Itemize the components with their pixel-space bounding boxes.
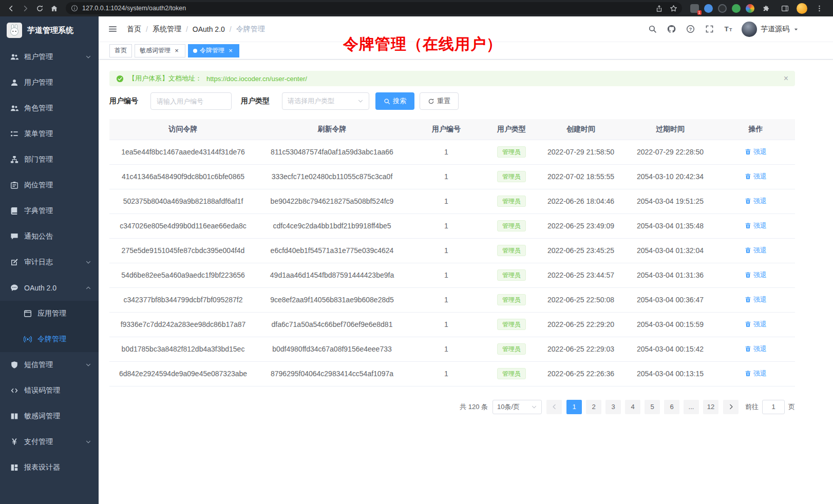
- cell-user-type: 管理员: [485, 287, 538, 312]
- sidebar-item-pay[interactable]: 支付管理: [0, 429, 99, 455]
- browser-menu-icon[interactable]: [812, 2, 826, 15]
- extension-icon-3[interactable]: [718, 4, 727, 13]
- reset-button[interactable]: 重置: [420, 92, 459, 110]
- tab-close-icon[interactable]: ×: [227, 47, 234, 54]
- menu-icon: [10, 130, 18, 139]
- user-icon: [10, 79, 18, 87]
- pager-page-2[interactable]: 2: [586, 400, 601, 414]
- next-page-button[interactable]: [723, 400, 739, 414]
- delete-icon: [745, 247, 751, 254]
- sidebar-item-user[interactable]: 用户管理: [0, 70, 99, 95]
- force-logout-button[interactable]: 强退: [745, 197, 767, 206]
- sidebar-item-tenant[interactable]: 租户管理: [0, 44, 99, 70]
- force-logout-button[interactable]: 强退: [745, 295, 767, 304]
- sidebar-item-dept[interactable]: 部门管理: [0, 147, 99, 172]
- sidebar-item-sensitive[interactable]: 敏感词管理: [0, 403, 99, 429]
- sidebar-item-token[interactable]: 令牌管理: [0, 326, 99, 352]
- extensions-puzzle-icon[interactable]: [760, 2, 773, 15]
- fullscreen-icon[interactable]: [704, 24, 715, 35]
- breadcrumb-item[interactable]: 系统管理: [153, 25, 181, 34]
- search-icon[interactable]: [647, 24, 658, 35]
- cell-user-id: 1: [407, 214, 485, 238]
- sidebar-menu: 租户管理用户管理角色管理菜单管理部门管理岗位管理字典管理通知公告审计日志OAut…: [0, 44, 99, 504]
- tab-0[interactable]: 首页: [109, 44, 132, 57]
- jump-page-input[interactable]: [762, 400, 785, 414]
- page-size-select[interactable]: 10条/页: [493, 400, 542, 414]
- total-count: 共 120 条: [460, 402, 488, 412]
- extension-icon-4[interactable]: [732, 4, 741, 13]
- tab-2[interactable]: 令牌管理×: [188, 44, 239, 57]
- sidebar-item-menu[interactable]: 菜单管理: [0, 121, 99, 147]
- sidebar-item-audit[interactable]: 审计日志: [0, 249, 99, 275]
- pager-page-3[interactable]: 3: [605, 400, 621, 414]
- font-size-icon[interactable]: TT: [723, 24, 734, 35]
- user-id-input[interactable]: [150, 92, 232, 110]
- browser-back-button[interactable]: [4, 2, 17, 15]
- sidebar-item-label: 短信管理: [24, 360, 85, 370]
- extension-icon-1[interactable]: 1: [690, 4, 699, 13]
- page-jumper: 前往 页: [745, 400, 795, 414]
- user-dropdown[interactable]: 芋道源码: [742, 22, 799, 37]
- pager-page-12[interactable]: 12: [703, 400, 718, 414]
- sidebar-item-dict[interactable]: 字典管理: [0, 198, 99, 224]
- browser-home-button[interactable]: [47, 2, 61, 15]
- cell-user-id: 1: [407, 164, 485, 189]
- side-panel-icon[interactable]: [778, 2, 791, 15]
- sidebar-item-sms[interactable]: 短信管理: [0, 352, 99, 378]
- cell-created-time: 2022-06-25 23:45:25: [538, 238, 624, 263]
- pager-page-1[interactable]: 1: [566, 400, 582, 414]
- browser-reload-button[interactable]: [33, 2, 46, 15]
- extension-icon-5[interactable]: [746, 4, 754, 13]
- site-info-icon[interactable]: [71, 5, 78, 12]
- help-icon[interactable]: ?: [685, 24, 696, 35]
- share-icon[interactable]: [652, 2, 666, 15]
- doc-link[interactable]: https://doc.iocoder.cn/user-center/: [206, 75, 307, 83]
- column-header: 访问令牌: [109, 119, 257, 140]
- search-button[interactable]: 搜索: [375, 92, 414, 110]
- table-row: 275e5de9151045fe87cbdc395e004f4de6cfd40e…: [109, 238, 795, 263]
- pager-page-5[interactable]: 5: [645, 400, 660, 414]
- breadcrumb-item[interactable]: 首页: [127, 25, 141, 34]
- force-logout-button[interactable]: 强退: [745, 246, 767, 255]
- browser-forward-button[interactable]: [18, 2, 32, 15]
- address-bar[interactable]: 127.0.0.1:1024/system/oauth2/token: [66, 2, 682, 14]
- sidebar-item-role[interactable]: 角色管理: [0, 95, 99, 121]
- pager-page-4[interactable]: 4: [625, 400, 640, 414]
- notice-icon: [10, 232, 18, 241]
- alert-close-icon[interactable]: ×: [784, 74, 788, 83]
- force-logout-button[interactable]: 强退: [745, 320, 767, 329]
- user-type-select[interactable]: 请选择用户类型: [282, 92, 369, 110]
- sidebar-item-post[interactable]: 岗位管理: [0, 172, 99, 198]
- sidebar-item-notice[interactable]: 通知公告: [0, 224, 99, 249]
- app-shell: 芋道管理系统 租户管理用户管理角色管理菜单管理部门管理岗位管理字典管理通知公告审…: [0, 16, 833, 504]
- browser-profile-avatar[interactable]: [797, 3, 807, 14]
- column-header: 操作: [716, 119, 795, 140]
- pager-page-6[interactable]: 6: [664, 400, 679, 414]
- force-logout-button[interactable]: 强退: [745, 221, 767, 230]
- prev-page-button[interactable]: [546, 400, 562, 414]
- column-header: 过期时间: [624, 119, 716, 140]
- cell-user-id: 1: [407, 263, 485, 287]
- breadcrumb-item[interactable]: OAuth 2.0: [193, 25, 225, 33]
- force-logout-button[interactable]: 强退: [745, 172, 767, 181]
- extension-icon-2[interactable]: [704, 4, 713, 13]
- sidebar-item-errcode[interactable]: 错误码管理: [0, 378, 99, 403]
- github-icon[interactable]: [666, 24, 677, 35]
- pager-more-button[interactable]: ...: [684, 400, 699, 414]
- tab-1[interactable]: 敏感词管理×: [135, 44, 185, 57]
- bookmark-star-icon[interactable]: [667, 2, 680, 15]
- sidebar-item-app[interactable]: 应用管理: [0, 301, 99, 326]
- jump-label: 前往: [745, 402, 759, 412]
- force-logout-button[interactable]: 强退: [745, 344, 767, 354]
- user-type-badge: 管理员: [497, 294, 526, 306]
- sidebar-item-report[interactable]: 报表设计器: [0, 455, 99, 480]
- cell-access-token: 54d6be82ee5a460a9aedc1f9bf223656: [109, 263, 257, 287]
- chevron-down-icon: [85, 439, 91, 445]
- cell-refresh-token: e6cfd40eb1f54571a31e775e039c4624: [257, 238, 407, 263]
- tab-close-icon[interactable]: ×: [173, 47, 180, 54]
- force-logout-button[interactable]: 强退: [745, 369, 767, 378]
- sidebar-item-oauth[interactable]: OAuth 2.0: [0, 275, 99, 301]
- force-logout-button[interactable]: 强退: [745, 147, 767, 157]
- force-logout-button[interactable]: 强退: [745, 270, 767, 280]
- sidebar-collapse-button[interactable]: [107, 24, 118, 35]
